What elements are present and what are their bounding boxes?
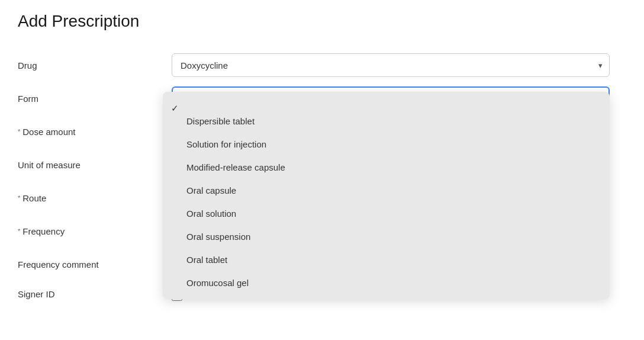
dropdown-item-oral-capsule-label: Oral capsule [186,185,236,195]
dose-label: * Dose amount [18,115,172,148]
dropdown-item-modified-release-label: Modified-release capsule [186,162,285,172]
drug-select-value: Doxycycline [181,60,228,70]
dropdown-item-empty[interactable] [163,97,610,110]
dropdown-item-modified-release[interactable]: Modified-release capsule [163,156,610,179]
form-label: Form [18,82,172,115]
dropdown-item-oral-suspension-label: Oral suspension [186,232,250,242]
unit-label: Unit of measure [18,148,172,181]
form-dropdown: Dispersible tablet Solution for injectio… [163,92,610,299]
dropdown-item-dispersible-label: Dispersible tablet [186,116,255,126]
dose-required-indicator: * [18,128,20,135]
dropdown-item-oromucosal-gel[interactable]: Oromucosal gel [163,271,610,294]
dropdown-item-oral-solution-label: Oral solution [186,209,236,219]
dropdown-item-solution-injection[interactable]: Solution for injection [163,133,610,156]
dropdown-item-dispersible[interactable]: Dispersible tablet [163,110,610,133]
route-label: * Route [18,181,172,214]
drug-label: Drug [18,49,172,82]
page-title: Add Prescription [18,12,626,31]
dropdown-item-oral-solution[interactable]: Oral solution [163,202,610,225]
dropdown-item-oral-tablet[interactable]: Oral tablet [163,248,610,271]
freq-comment-label: Frequency comment [18,248,172,281]
route-required-indicator: * [18,194,20,201]
drug-select[interactable]: Doxycycline [172,53,610,77]
dropdown-item-oral-capsule[interactable]: Oral capsule [163,179,610,202]
drug-field-wrapper: Doxycycline ▾ [172,49,626,82]
signer-label: Signer ID [18,281,172,307]
frequency-label: * Frequency [18,214,172,248]
dropdown-item-solution-injection-label: Solution for injection [186,139,266,149]
dropdown-item-oral-suspension[interactable]: Oral suspension [163,225,610,248]
dropdown-item-oromucosal-gel-label: Oromucosal gel [186,278,249,288]
frequency-required-indicator: * [18,227,20,235]
dropdown-item-oral-tablet-label: Oral tablet [186,255,227,265]
